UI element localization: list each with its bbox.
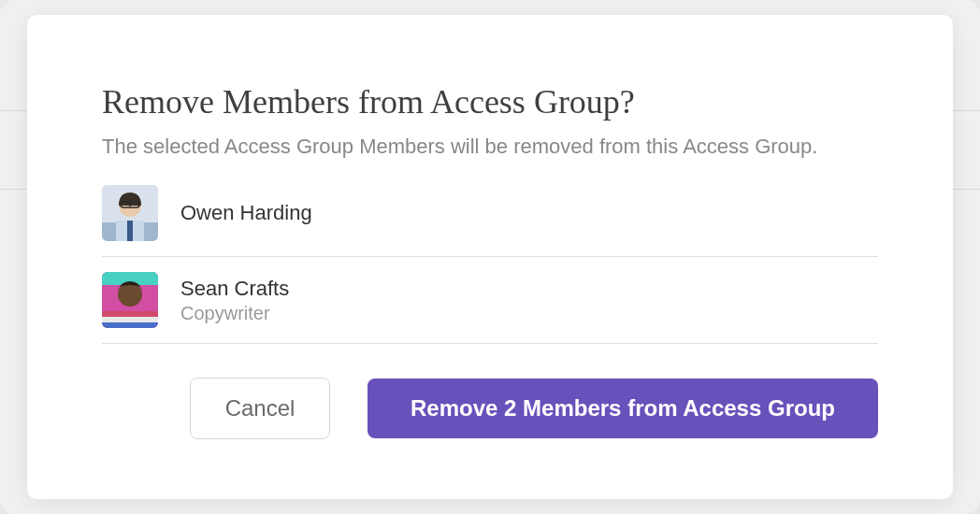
member-info: Owen Harding [180, 201, 312, 225]
avatar [102, 185, 158, 241]
member-info: Sean Crafts Copywriter [180, 277, 289, 324]
member-role: Copywriter [180, 303, 289, 324]
avatar [102, 272, 158, 328]
member-name: Owen Harding [180, 201, 312, 225]
member-list: Owen Harding Sean Crafts Copywriter [102, 185, 878, 344]
modal-title: Remove Members from Access Group? [102, 82, 878, 121]
member-row: Owen Harding [102, 185, 878, 257]
member-name: Sean Crafts [180, 277, 289, 301]
remove-members-modal: Remove Members from Access Group? The se… [27, 15, 953, 499]
member-row: Sean Crafts Copywriter [102, 257, 878, 344]
confirm-remove-button[interactable]: Remove 2 Members from Access Group [368, 378, 878, 438]
modal-subtitle: The selected Access Group Members will b… [102, 135, 878, 159]
svg-rect-6 [127, 221, 133, 241]
modal-actions: Cancel Remove 2 Members from Access Grou… [102, 378, 878, 439]
svg-rect-11 [102, 317, 158, 322]
svg-rect-10 [102, 311, 158, 317]
cancel-button[interactable]: Cancel [190, 378, 330, 439]
